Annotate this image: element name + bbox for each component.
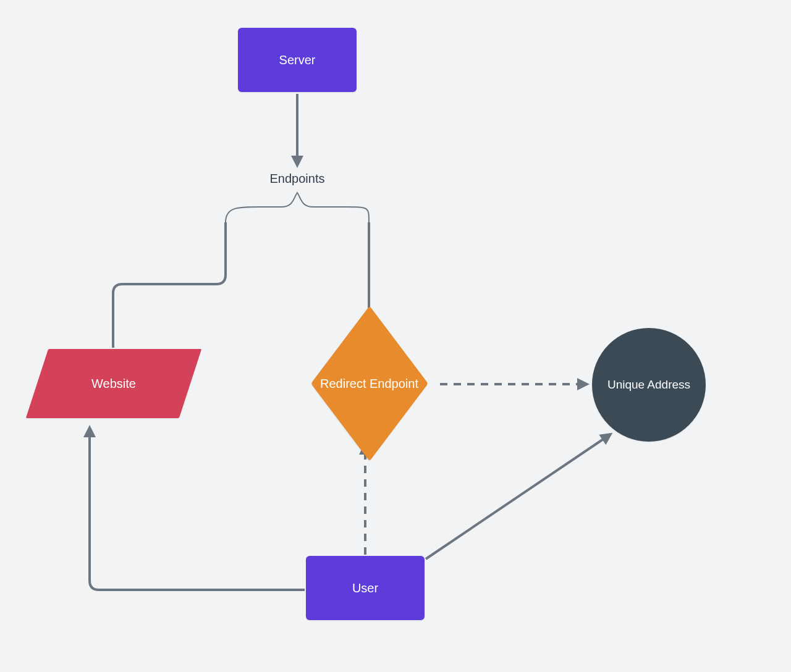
- node-server-label: Server: [279, 53, 316, 67]
- node-redirect-endpoint: Redirect Endpoint: [300, 329, 439, 439]
- edge-user-to-website: [90, 427, 305, 590]
- edge-user-to-unique: [426, 434, 611, 559]
- node-unique-label: Unique Address: [607, 378, 690, 392]
- node-unique-address: Unique Address: [592, 328, 706, 442]
- edge-label-endpoints: Endpoints: [266, 172, 328, 186]
- website-shape: [26, 349, 201, 418]
- node-website: Website: [37, 349, 190, 418]
- node-server: Server: [238, 28, 357, 92]
- node-user-label: User: [352, 581, 378, 595]
- endpoints-brace: [226, 193, 369, 222]
- redirect-shape: [311, 306, 428, 461]
- edge-endpoints-to-website: [113, 222, 226, 348]
- node-user: User: [306, 556, 425, 620]
